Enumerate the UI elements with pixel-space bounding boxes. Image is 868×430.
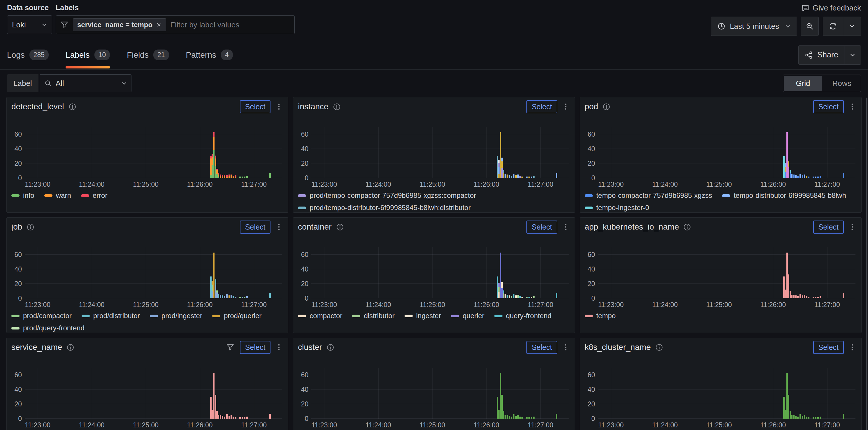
legend-item[interactable]: tempo-ingester-0	[585, 204, 649, 212]
bar	[506, 127, 508, 178]
select-button[interactable]: Select	[526, 221, 557, 234]
bar	[216, 127, 218, 178]
bar	[218, 127, 219, 178]
legend-item[interactable]: compactor	[298, 312, 342, 320]
select-button[interactable]: Select	[240, 221, 271, 234]
plot[interactable]	[25, 127, 282, 178]
chevron-down-icon	[850, 52, 856, 58]
label-filter-input[interactable]: service_name = tempo Filter by label val…	[56, 15, 295, 34]
chip-remove-icon[interactable]	[156, 22, 162, 28]
select-button[interactable]: Select	[526, 341, 557, 354]
panel-menu-icon[interactable]	[561, 343, 570, 352]
legend-item[interactable]: tempo	[585, 312, 616, 320]
bar	[213, 368, 215, 419]
legend-item[interactable]: info	[11, 191, 34, 200]
y-tick-label: 60	[301, 131, 309, 138]
select-button[interactable]: Select	[240, 100, 271, 113]
select-button[interactable]: Select	[526, 100, 557, 113]
legend-item[interactable]: prod/tempo-distributor-6f99985845-b8lwh:…	[298, 204, 470, 212]
legend-item[interactable]: error	[81, 191, 107, 200]
tab-fields[interactable]: Fields21	[127, 40, 169, 69]
panel-filter-icon[interactable]	[226, 343, 235, 352]
bar	[519, 127, 521, 178]
give-feedback-link[interactable]: Give feedback	[801, 3, 861, 12]
rows-view-button[interactable]: Rows	[823, 75, 861, 92]
legend-item[interactable]: tempo-distributor-6f99985845-b8lwh	[722, 191, 846, 200]
tab-logs[interactable]: Logs285	[7, 40, 49, 69]
panel-menu-icon[interactable]	[848, 223, 857, 231]
plot[interactable]	[311, 368, 569, 419]
gridline	[665, 127, 665, 178]
plot[interactable]	[598, 368, 856, 419]
legend-item[interactable]: warn	[44, 191, 71, 200]
bar	[501, 368, 503, 419]
panel-menu-icon[interactable]	[561, 223, 570, 231]
share-label: Share	[817, 51, 838, 59]
scrollbar-thumb[interactable]	[866, 98, 867, 430]
legend-item[interactable]: prod/querier	[212, 312, 261, 320]
gridline	[432, 247, 433, 298]
datasource-picker[interactable]: Loki	[7, 15, 52, 34]
legend: infowarnerror	[11, 191, 283, 202]
bar	[244, 368, 245, 419]
x-tick-label: 11:27:00	[241, 301, 267, 309]
plot[interactable]	[598, 127, 856, 178]
panel-menu-icon[interactable]	[275, 223, 283, 231]
legend-item[interactable]: querier	[451, 312, 485, 320]
legend-item[interactable]: distributor	[352, 312, 394, 320]
plot[interactable]	[598, 247, 856, 298]
x-axis: 11:23:0011:24:0011:25:0011:26:0011:27:00	[311, 178, 569, 191]
y-tick-label: 20	[588, 160, 595, 167]
legend-item[interactable]: prod/query-frontend	[11, 324, 85, 332]
give-feedback-label: Give feedback	[813, 3, 861, 12]
panel-menu-icon[interactable]	[275, 343, 283, 352]
x-axis: 11:23:0011:24:0011:25:0011:26:0011:27:00	[25, 178, 282, 191]
gridline	[598, 404, 856, 404]
plot[interactable]	[25, 368, 282, 419]
plot[interactable]	[311, 127, 569, 178]
legend-item[interactable]: ingester	[405, 312, 441, 320]
panel-menu-icon[interactable]	[848, 343, 857, 352]
time-range-picker[interactable]: Last 5 minutes	[711, 16, 797, 36]
zoom-out-button[interactable]	[801, 16, 819, 36]
bar	[806, 368, 807, 419]
grid-view-button[interactable]: Grid	[784, 76, 822, 91]
refresh-interval-dropdown[interactable]	[843, 16, 861, 36]
bar	[522, 127, 523, 178]
panel-menu-icon[interactable]	[275, 102, 283, 111]
bar	[220, 368, 221, 419]
refresh-button[interactable]	[823, 16, 843, 36]
legend-item[interactable]: prod/tempo-compactor-757d9b6985-xgzss:co…	[298, 191, 476, 200]
plot[interactable]	[25, 247, 282, 298]
legend-item[interactable]: prod/compactor	[11, 312, 72, 320]
share-button[interactable]: Share	[798, 45, 844, 65]
bar	[817, 368, 819, 419]
tab-labels[interactable]: Labels10	[66, 40, 110, 69]
legend-item[interactable]: query-frontend	[494, 312, 552, 320]
share-dropdown[interactable]	[844, 45, 861, 65]
gridline	[324, 127, 324, 178]
select-button[interactable]: Select	[813, 221, 844, 234]
tab-patterns[interactable]: Patterns4	[186, 40, 233, 69]
bar	[806, 247, 807, 298]
panel-menu-icon[interactable]	[561, 102, 570, 111]
bar	[531, 127, 532, 178]
select-button[interactable]: Select	[813, 341, 844, 354]
panel-title: service_name	[11, 342, 62, 352]
select-button[interactable]: Select	[240, 341, 271, 354]
legend-swatch	[150, 315, 158, 317]
label-search-select[interactable]: All	[40, 74, 131, 92]
legend-item[interactable]: tempo-compactor-757d9b6985-xgzss	[585, 191, 712, 200]
plot[interactable]	[311, 247, 569, 298]
filter-chip[interactable]: service_name = tempo	[73, 19, 166, 31]
bar	[213, 127, 215, 178]
select-button[interactable]: Select	[813, 100, 844, 113]
scrollbar[interactable]	[865, 0, 868, 430]
legend-item[interactable]: prod/distributor	[82, 312, 140, 320]
bar	[797, 247, 799, 298]
panel-menu-icon[interactable]	[848, 102, 857, 111]
legend-item[interactable]: prod/ingester	[150, 312, 202, 320]
y-tick-label: 40	[14, 145, 22, 153]
gridline	[611, 127, 611, 178]
gridline	[598, 148, 856, 149]
